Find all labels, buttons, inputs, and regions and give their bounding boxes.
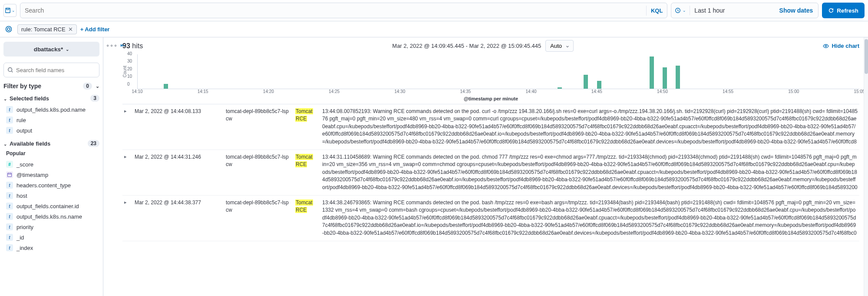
- field-item[interactable]: t_index: [0, 243, 103, 253]
- svg-rect-1: [7, 8, 9, 10]
- date-picker[interactable]: ⌄ Last 1 hour Show dates: [671, 3, 818, 18]
- field-name: _id: [17, 234, 24, 241]
- cell-pod: tomcat-depl-89bb8c5c7-lspcw: [226, 199, 291, 237]
- field-item[interactable]: toutput_fields.container.id: [0, 201, 103, 211]
- chart-bar[interactable]: [558, 87, 562, 89]
- remove-filter-icon[interactable]: ✕: [68, 26, 73, 33]
- cell-output: 13:44:08.007852193: Warning RCE commands…: [322, 108, 858, 146]
- collapse-sidebar-icon[interactable]: ⇤: [120, 42, 125, 49]
- table-row: ▸ Mar 2, 2022 @ 14:44:08.133 tomcat-depl…: [122, 104, 859, 150]
- field-name: output_fields.k8s.ns.name: [17, 213, 82, 220]
- filter-settings-icon: [5, 26, 12, 33]
- chart-bar[interactable]: [584, 75, 588, 89]
- cell-pod: tomcat-depl-89bb8c5c7-lspcw: [226, 108, 291, 146]
- field-name: output: [17, 127, 32, 134]
- show-dates-button[interactable]: Show dates: [774, 7, 818, 14]
- field-name: rule: [17, 117, 26, 123]
- field-name: @timestamp: [17, 172, 48, 178]
- available-fields-header[interactable]: ⌄Available fields 23: [3, 140, 99, 147]
- save-icon: [5, 7, 11, 13]
- cell-output: 13:44:38.246793865: Warning RCE commands…: [322, 199, 858, 237]
- chart-bar[interactable]: [164, 84, 168, 89]
- refresh-icon: [828, 7, 834, 13]
- svg-point-5: [8, 68, 12, 72]
- svg-point-7: [825, 45, 827, 47]
- field-item[interactable]: toutput_fields.k8s.pod.name: [0, 104, 103, 115]
- hit-count: 93 hits: [122, 42, 143, 50]
- svg-rect-6: [8, 173, 12, 176]
- field-name: host: [17, 193, 27, 199]
- date-range-label: Last 1 hour: [690, 7, 774, 14]
- search-icon: [7, 67, 13, 73]
- index-pattern-button[interactable]: dbattacks*⌄: [3, 42, 99, 57]
- svg-point-3: [7, 28, 10, 30]
- field-item[interactable]: #_score: [0, 159, 103, 170]
- interval-select[interactable]: Auto: [545, 40, 574, 52]
- cell-rule: Tomcat RCE: [295, 153, 318, 192]
- sidebar: dbattacks*⌄ Filter by type 0⌄ ⌄Selected …: [0, 37, 103, 296]
- chart-ylabel: Count: [122, 54, 127, 89]
- field-name: _index: [17, 245, 33, 251]
- field-name: headers.content_type: [17, 182, 71, 189]
- field-item[interactable]: @timestamp: [0, 170, 103, 180]
- field-item[interactable]: t_id: [0, 232, 103, 243]
- cell-pod: tomcat-depl-89bb8c5c7-lspcw: [226, 153, 291, 192]
- cell-rule: Tomcat RCE: [295, 108, 318, 146]
- field-name: output_fields.container.id: [17, 203, 79, 210]
- expand-row-icon[interactable]: ▸: [124, 153, 130, 192]
- field-name: output_fields.k8s.pod.name: [17, 106, 86, 113]
- eye-icon: [823, 43, 829, 49]
- expand-row-icon[interactable]: ▸: [124, 199, 130, 237]
- field-item[interactable]: toutput: [0, 125, 103, 136]
- field-item[interactable]: trule: [0, 115, 103, 125]
- table-row: ▸ Mar 2, 2022 @ 14:44:38.377 tomcat-depl…: [122, 196, 859, 241]
- cell-rule: Tomcat RCE: [295, 199, 318, 237]
- quick-select-button[interactable]: ⌄: [671, 6, 690, 15]
- field-search[interactable]: [3, 63, 99, 77]
- svg-point-4: [6, 27, 12, 32]
- filter-pill-label: rule: Tomcat RCE: [21, 26, 66, 33]
- popular-label: Popular: [0, 149, 103, 158]
- field-item[interactable]: toutput_fields.k8s.ns.name: [0, 211, 103, 222]
- change-filters-button[interactable]: [3, 24, 14, 34]
- search-input[interactable]: [20, 7, 646, 14]
- chart-bar[interactable]: [676, 66, 680, 89]
- field-item[interactable]: tpriority: [0, 222, 103, 232]
- cell-timestamp: Mar 2, 2022 @ 14:44:08.133: [135, 108, 221, 146]
- clock-icon: [675, 7, 681, 13]
- cell-timestamp: Mar 2, 2022 @ 14:44:38.377: [135, 199, 221, 237]
- document-list: ▸ Mar 2, 2022 @ 14:44:08.133 tomcat-depl…: [122, 104, 859, 296]
- table-row: ▸ Mar 2, 2022 @ 14:44:31.246 tomcat-depl…: [122, 150, 859, 196]
- field-name: priority: [17, 224, 33, 230]
- field-item[interactable]: thost: [0, 190, 103, 201]
- scrollbar-thumb[interactable]: [865, 39, 868, 74]
- selected-fields-header[interactable]: ⌄Selected fields 3: [3, 95, 99, 102]
- save-query-button[interactable]: ⌄: [3, 4, 17, 17]
- kql-toggle[interactable]: KQL: [646, 6, 667, 16]
- histogram-chart[interactable]: Count 010203040 14:1014:1514:2014:2514:3…: [122, 54, 859, 102]
- filter-by-type[interactable]: Filter by type 0⌄: [3, 83, 99, 90]
- expand-row-icon[interactable]: ▸: [124, 108, 130, 146]
- chart-bar[interactable]: [663, 67, 667, 89]
- field-name: _score: [17, 161, 33, 168]
- cell-output: 13:44:31.110458689: Warning RCE commands…: [322, 153, 858, 192]
- field-item[interactable]: theaders.content_type: [0, 180, 103, 190]
- svg-rect-0: [6, 8, 10, 13]
- date-range-display: Mar 2, 2022 @ 14:09:45.445 - Mar 2, 2022…: [392, 43, 541, 49]
- chart-bar[interactable]: [650, 57, 654, 89]
- hide-chart-button[interactable]: Hide chart: [823, 43, 859, 49]
- add-filter-button[interactable]: + Add filter: [80, 26, 110, 33]
- chart-xlabel: @timestamp per minute: [122, 96, 859, 101]
- filter-pill[interactable]: rule: Tomcat RCE ✕: [17, 24, 77, 34]
- options-icon[interactable]: ∘∘∘: [106, 42, 118, 49]
- scrollbar[interactable]: [864, 37, 868, 296]
- chart-bar[interactable]: [597, 81, 601, 89]
- cell-timestamp: Mar 2, 2022 @ 14:44:31.246: [135, 153, 221, 192]
- query-bar[interactable]: KQL: [20, 3, 667, 18]
- field-search-input[interactable]: [16, 67, 96, 73]
- refresh-button[interactable]: Refresh: [822, 3, 865, 18]
